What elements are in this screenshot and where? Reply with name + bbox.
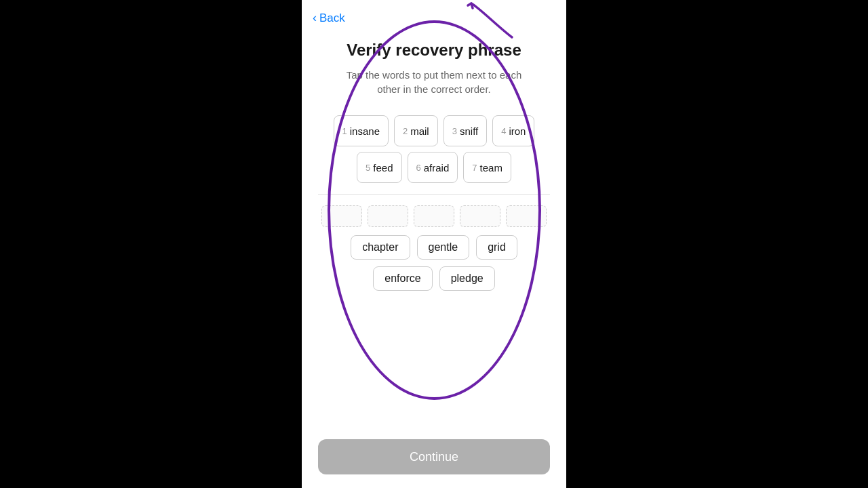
word-num-4: 4 bbox=[501, 126, 506, 136]
placeholder-4 bbox=[460, 205, 500, 227]
selected-word-4[interactable]: 4 iron bbox=[492, 115, 534, 146]
avail-word-gentle[interactable]: gentle bbox=[417, 235, 470, 260]
word-text-6: afraid bbox=[424, 162, 450, 174]
word-text-2: mail bbox=[410, 125, 429, 137]
selected-words-area: 1 insane 2 mail 3 sniff 4 iron 5 feed 6 … bbox=[318, 115, 550, 183]
placeholder-2 bbox=[368, 205, 408, 227]
word-num-6: 6 bbox=[416, 163, 421, 173]
phone-screen: ‹ Back Verify recovery phrase Tap the wo… bbox=[302, 0, 566, 488]
selected-word-7[interactable]: 7 team bbox=[463, 152, 511, 183]
page-title: Verify recovery phrase bbox=[347, 41, 521, 60]
selected-word-5[interactable]: 5 feed bbox=[357, 152, 401, 183]
placeholder-row bbox=[318, 205, 550, 227]
selected-word-1[interactable]: 1 insane bbox=[334, 115, 389, 146]
avail-word-grid[interactable]: grid bbox=[476, 235, 517, 260]
back-button[interactable]: ‹ Back bbox=[313, 11, 345, 25]
selected-word-2[interactable]: 2 mail bbox=[394, 115, 438, 146]
main-content: Verify recovery phrase Tap the words to … bbox=[302, 0, 566, 488]
placeholder-5 bbox=[506, 205, 547, 227]
section-divider bbox=[318, 194, 550, 195]
word-num-3: 3 bbox=[452, 126, 457, 136]
avail-word-pledge[interactable]: pledge bbox=[439, 266, 495, 291]
continue-button[interactable]: Continue bbox=[318, 439, 550, 474]
page-subtitle: Tap the words to put them next to each o… bbox=[339, 68, 529, 96]
word-num-5: 5 bbox=[366, 163, 370, 173]
avail-word-chapter[interactable]: chapter bbox=[351, 235, 410, 260]
word-text-4: iron bbox=[509, 125, 526, 137]
word-text-7: team bbox=[480, 162, 502, 174]
selected-word-3[interactable]: 3 sniff bbox=[443, 115, 487, 146]
back-label: Back bbox=[319, 12, 345, 25]
continue-label: Continue bbox=[410, 450, 458, 464]
word-text-1: insane bbox=[350, 125, 380, 137]
available-words-row-2: enforce pledge bbox=[373, 266, 494, 291]
word-text-3: sniff bbox=[460, 125, 478, 137]
placeholder-3 bbox=[414, 205, 454, 227]
avail-word-chapter-text: chapter bbox=[362, 241, 398, 253]
avail-word-grid-text: grid bbox=[488, 241, 506, 253]
word-text-5: feed bbox=[373, 162, 393, 174]
avail-word-enforce[interactable]: enforce bbox=[373, 266, 432, 291]
avail-word-pledge-text: pledge bbox=[451, 272, 484, 285]
available-words-area: chapter gentle grid enforce pledge bbox=[318, 235, 550, 291]
word-num-1: 1 bbox=[342, 126, 347, 136]
avail-word-gentle-text: gentle bbox=[429, 241, 458, 253]
word-num-2: 2 bbox=[403, 126, 408, 136]
avail-word-enforce-text: enforce bbox=[384, 272, 420, 285]
back-chevron-icon: ‹ bbox=[313, 11, 317, 25]
available-words-row-1: chapter gentle grid bbox=[351, 235, 517, 260]
placeholder-1 bbox=[321, 205, 362, 227]
word-num-7: 7 bbox=[472, 163, 477, 173]
selected-word-6[interactable]: 6 afraid bbox=[408, 152, 458, 183]
